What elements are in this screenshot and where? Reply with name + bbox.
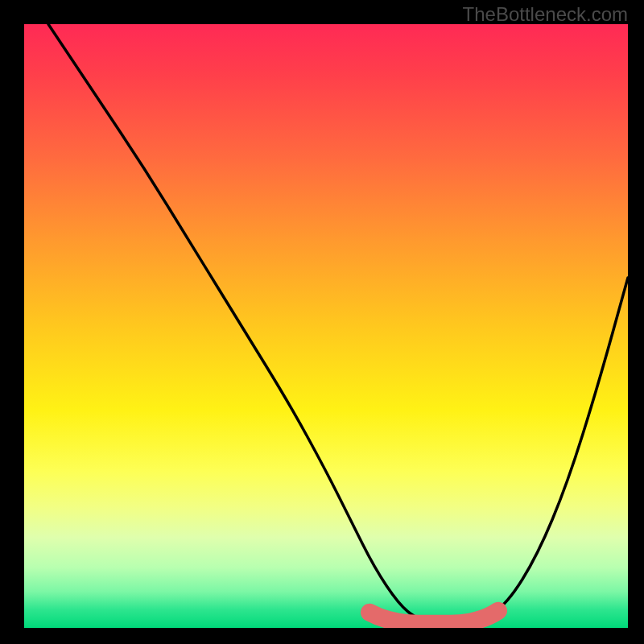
watermark-text: TheBottleneck.com [463, 3, 628, 26]
flat-region-highlight [369, 611, 498, 624]
plot-area [24, 24, 628, 628]
bottleneck-curve-path [48, 24, 628, 622]
curve-layer [24, 24, 628, 628]
